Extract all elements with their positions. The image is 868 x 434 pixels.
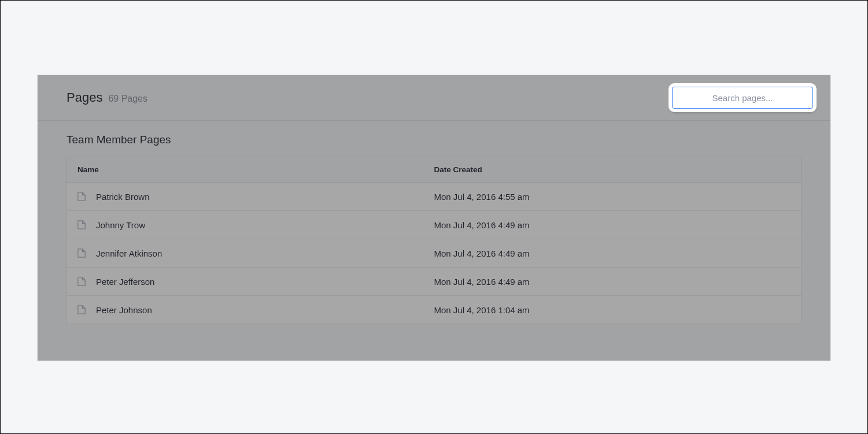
row-name-label: Peter Jefferson xyxy=(96,277,154,287)
table-row[interactable]: Johnny TrowMon Jul 4, 2016 4:49 am xyxy=(67,211,801,239)
cell-date: Mon Jul 4, 2016 4:49 am xyxy=(434,220,791,230)
cell-date: Mon Jul 4, 2016 4:49 am xyxy=(434,277,791,287)
cell-name: Peter Jefferson xyxy=(77,277,434,287)
table-row[interactable]: Peter JohnsonMon Jul 4, 2016 1:04 am xyxy=(67,296,801,324)
panel-header: Pages 69 Pages xyxy=(38,75,830,121)
row-date-label: Mon Jul 4, 2016 4:49 am xyxy=(434,220,530,230)
search-highlight xyxy=(668,83,817,112)
file-icon xyxy=(77,248,86,258)
file-icon xyxy=(77,192,86,201)
table-row[interactable]: Jennifer AtkinsonMon Jul 4, 2016 4:49 am xyxy=(67,239,801,268)
row-date-label: Mon Jul 4, 2016 4:49 am xyxy=(434,277,530,287)
pages-table: Name Date Created Patrick BrownMon Jul 4… xyxy=(67,157,801,324)
row-date-label: Mon Jul 4, 2016 4:49 am xyxy=(434,248,530,258)
row-date-label: Mon Jul 4, 2016 4:55 am xyxy=(434,192,530,202)
row-date-label: Mon Jul 4, 2016 1:04 am xyxy=(434,305,530,315)
page-title: Pages xyxy=(67,90,102,105)
page-count: 69 Pages xyxy=(108,94,147,104)
search-input[interactable] xyxy=(672,87,813,109)
cell-date: Mon Jul 4, 2016 1:04 am xyxy=(434,305,791,315)
section-title: Team Member Pages xyxy=(67,133,801,146)
table-header: Name Date Created xyxy=(67,157,801,183)
file-icon xyxy=(77,277,86,286)
file-icon xyxy=(77,305,86,314)
row-name-label: Peter Johnson xyxy=(96,305,152,315)
row-name-label: Patrick Brown xyxy=(96,192,150,202)
table-row[interactable]: Peter JeffersonMon Jul 4, 2016 4:49 am xyxy=(67,268,801,296)
cell-date: Mon Jul 4, 2016 4:49 am xyxy=(434,248,791,258)
column-header-name: Name xyxy=(77,165,434,174)
table-row[interactable]: Patrick BrownMon Jul 4, 2016 4:55 am xyxy=(67,183,801,211)
cell-name: Patrick Brown xyxy=(77,192,434,202)
row-name-label: Johnny Trow xyxy=(96,220,145,230)
cell-date: Mon Jul 4, 2016 4:55 am xyxy=(434,192,791,202)
file-icon xyxy=(77,220,86,229)
row-name-label: Jennifer Atkinson xyxy=(96,248,162,258)
pages-panel: Pages 69 Pages Team Member Pages Name Da… xyxy=(37,75,831,361)
cell-name: Peter Johnson xyxy=(77,305,434,315)
column-header-date: Date Created xyxy=(434,165,791,174)
cell-name: Jennifer Atkinson xyxy=(77,248,434,258)
cell-name: Johnny Trow xyxy=(77,220,434,230)
